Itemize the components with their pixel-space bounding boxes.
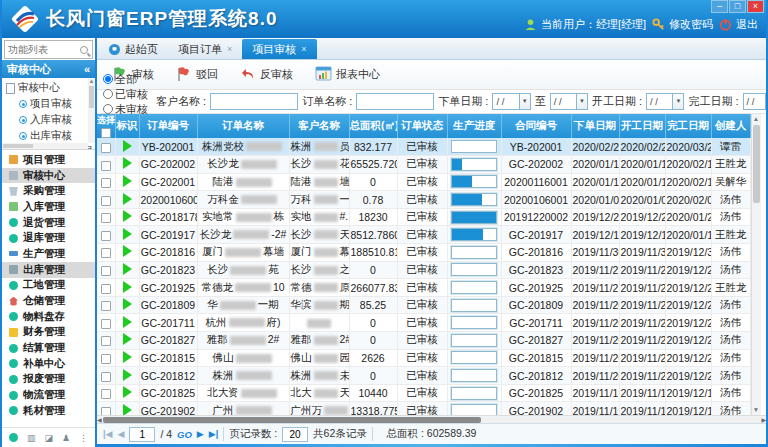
tree-root[interactable]: 审核中心 <box>6 80 87 96</box>
column-header-1[interactable]: 标识 <box>115 114 139 138</box>
row-checkbox[interactable] <box>101 213 111 223</box>
column-header-0[interactable]: 选择 <box>97 114 115 138</box>
table-row[interactable]: GC-201816厦门幕墙厦门幕墙188510.818已审核GC-2018162… <box>97 244 750 262</box>
grid-horizontal-scrollbar[interactable]: ◀ ▶ <box>97 415 766 423</box>
row-checkbox[interactable] <box>101 389 111 399</box>
table-row[interactable]: GC-201925常德龙10常德原..266077.835..已审核GC-201… <box>97 279 750 297</box>
chevron-down-icon[interactable]: ▼ <box>672 94 683 109</box>
column-header-6[interactable]: 订单状态 <box>397 114 447 138</box>
function-search[interactable] <box>4 40 93 59</box>
reject-button[interactable]: 驳回 <box>167 62 227 88</box>
chevron-down-icon[interactable]: ▼ <box>576 94 587 109</box>
scrollbar-thumb[interactable] <box>753 125 760 203</box>
tree-item[interactable]: 项目审核 <box>6 96 87 112</box>
table-row[interactable]: GC-201917长沙龙-2#长沙天..8512.78600..已审核GC-20… <box>97 226 750 244</box>
page-size-input[interactable] <box>282 427 308 442</box>
row-checkbox[interactable] <box>101 266 111 276</box>
table-row[interactable]: GC-202002长沙龙长沙花..65525.7200..已审核GC-20200… <box>97 156 750 174</box>
first-page-button[interactable]: |◀ <box>103 429 112 439</box>
column-header-9[interactable]: 下单日期 <box>571 114 619 138</box>
order-name-input[interactable] <box>356 93 434 110</box>
row-checkbox[interactable] <box>101 301 111 311</box>
sidebar-item-0[interactable]: 项目管理 <box>2 152 95 168</box>
unaudit-button[interactable]: 反审核 <box>231 63 302 87</box>
table-row[interactable]: GC-201823长沙苑长沙之..0已审核GC-2018232019/11/27… <box>97 261 750 279</box>
table-row[interactable]: GC-201815佛山佛山园2626已审核GC-2018152019/11/20… <box>97 349 750 367</box>
logout-button[interactable]: 退出 <box>719 17 758 32</box>
column-header-7[interactable]: 生产进度 <box>447 114 501 138</box>
row-checkbox[interactable] <box>101 178 111 188</box>
row-checkbox[interactable] <box>101 248 111 258</box>
tab-0[interactable]: 起始页 <box>99 39 168 59</box>
sidebar-item-5[interactable]: 退库管理 <box>2 230 95 246</box>
tree-item[interactable]: 入库审核 <box>6 112 87 128</box>
tree-horizontal-scrollbar[interactable] <box>2 143 88 149</box>
sidebar-item-15[interactable]: 物流管理 <box>2 387 95 403</box>
sidebar-item-12[interactable]: 结算管理 <box>2 340 95 356</box>
row-checkbox[interactable] <box>101 231 111 241</box>
close-button[interactable]: × <box>747 0 764 13</box>
minimize-button[interactable]: – <box>711 0 728 13</box>
customer-name-input[interactable] <box>210 93 298 110</box>
go-button[interactable]: GO <box>177 429 192 440</box>
close-tab-icon[interactable]: × <box>227 44 232 54</box>
function-search-input[interactable] <box>5 44 80 55</box>
column-header-2[interactable]: 订单编号 <box>139 114 197 138</box>
table-row[interactable]: YB-202001株洲党校株洲员..832.177已审核YB-202001202… <box>97 138 750 156</box>
start-date-picker[interactable]: / /▼ <box>646 93 684 110</box>
tree-item[interactable]: 出库审核 <box>6 128 87 144</box>
report-center-button[interactable]: 报表中心 <box>306 62 389 87</box>
row-checkbox[interactable] <box>101 143 111 153</box>
person-icon[interactable]: ♟ <box>62 433 70 443</box>
table-row[interactable]: GC-201827雅郡2#雅郡2#0已审核GC-2018272019/11/20… <box>97 332 750 350</box>
select-all-checkbox[interactable] <box>101 128 111 138</box>
column-header-4[interactable]: 客户名称 <box>289 114 349 138</box>
scroll-down-icon[interactable]: ▼ <box>752 405 761 415</box>
sidebar-item-10[interactable]: 物料盘存 <box>2 309 95 325</box>
sidebar-item-7[interactable]: 出库管理 <box>2 262 95 278</box>
table-row[interactable]: GC-201825北大资北大天..10440已审核GC-2018252019/1… <box>97 384 750 402</box>
sidebar-item-14[interactable]: 报废管理 <box>2 372 95 388</box>
tab-1[interactable]: 项目订单× <box>168 39 242 59</box>
column-header-5[interactable]: 总面积(㎡) <box>349 114 397 138</box>
sidebar-item-6[interactable]: 生产管理 <box>2 246 95 262</box>
next-page-button[interactable]: ▶ <box>197 429 204 439</box>
column-header-10[interactable]: 开工日期 <box>619 114 665 138</box>
row-checkbox[interactable] <box>101 336 111 346</box>
tree-vertical-scrollbar[interactable]: ▲ <box>88 78 95 143</box>
table-row[interactable]: GC-201809华一期华滨期85.25已审核GC-2018092019/11/… <box>97 296 750 314</box>
cart-icon[interactable]: ▥ <box>27 433 36 443</box>
change-password-button[interactable]: 修改密码 <box>652 17 713 32</box>
table-row[interactable]: 20200106001万科金万科一期0.78已审核202001060012020… <box>97 191 750 209</box>
sidebar-item-16[interactable]: 耗材管理 <box>2 403 95 419</box>
chevron-down-icon[interactable]: ▼ <box>519 94 530 109</box>
sidebar-item-11[interactable]: 财务管理 <box>2 325 95 341</box>
row-checkbox[interactable] <box>101 284 111 294</box>
order-date-to-picker[interactable]: / /▼ <box>550 93 588 110</box>
table-row[interactable]: GC-201812株洲株洲未来0已审核GC-2018122019/11/2020… <box>97 367 750 385</box>
sidebar-item-13[interactable]: 补单中心 <box>2 356 95 372</box>
sidebar-item-9[interactable]: 仓储管理 <box>2 293 95 309</box>
radio-input[interactable] <box>103 89 113 99</box>
row-checkbox[interactable] <box>101 319 111 329</box>
sidebar-item-2[interactable]: 采购管理 <box>2 183 95 199</box>
more-icon[interactable]: ⋮ <box>79 433 88 443</box>
radio-1[interactable]: 已审核 <box>103 87 148 102</box>
row-checkbox[interactable] <box>101 196 111 206</box>
column-header-8[interactable]: 合同编号 <box>501 114 571 138</box>
close-tab-icon[interactable]: × <box>301 44 306 54</box>
radio-input[interactable] <box>103 104 113 114</box>
row-checkbox[interactable] <box>101 372 111 382</box>
collapse-icon[interactable]: « <box>84 63 90 75</box>
plane-icon[interactable]: ◪ <box>44 433 53 443</box>
column-header-12[interactable]: 创建人 <box>711 114 750 138</box>
row-checkbox[interactable] <box>101 354 111 364</box>
maximize-button[interactable]: □ <box>729 0 746 13</box>
table-row[interactable]: GC-2018178实地常栋实地#..18230已审核2019122000220… <box>97 208 750 226</box>
last-page-button[interactable]: ▶| <box>209 429 218 439</box>
sidebar-item-1[interactable]: 审核中心 <box>2 168 95 184</box>
sidebar-item-3[interactable]: 入库管理 <box>2 199 95 215</box>
scroll-up-icon[interactable]: ▲ <box>752 114 761 124</box>
prev-page-button[interactable]: ◀ <box>117 429 124 439</box>
table-row[interactable]: GC-201711杭州府)0已审核GC-2017112019/11/202019… <box>97 314 750 332</box>
